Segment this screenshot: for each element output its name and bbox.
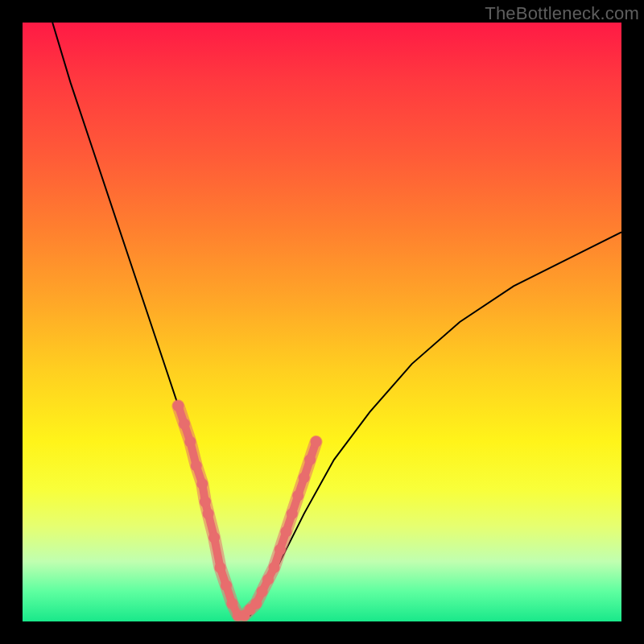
highlight-marker [208,532,220,543]
highlight-marker [172,400,184,411]
highlight-marker [280,526,291,537]
highlight-marker [196,478,208,489]
highlight-marker [287,508,298,519]
highlight-marker [203,508,214,519]
highlight-marker [304,454,316,465]
highlight-marker [250,598,262,609]
highlight-marker [262,574,274,585]
highlight-marker [257,586,268,597]
highlight-marker [292,490,303,502]
highlight-marker [269,562,280,573]
chart-svg [23,23,621,621]
highlight-marker [215,562,226,573]
marker-layer [172,400,321,621]
watermark-text: TheBottleneck.com [485,3,639,24]
chart-frame: TheBottleneck.com [0,0,644,644]
highlight-marker [275,544,286,555]
highlight-marker [200,496,211,507]
highlight-marker [184,436,196,448]
bottleneck-curve [52,23,621,616]
highlight-marker [191,460,202,472]
plot-area [23,23,621,621]
highlight-marker [179,419,190,430]
curve-layer [52,23,621,616]
highlight-marker [311,436,322,448]
highlight-marker [221,580,232,591]
highlight-marker [299,472,310,483]
highlight-marker [226,598,237,609]
